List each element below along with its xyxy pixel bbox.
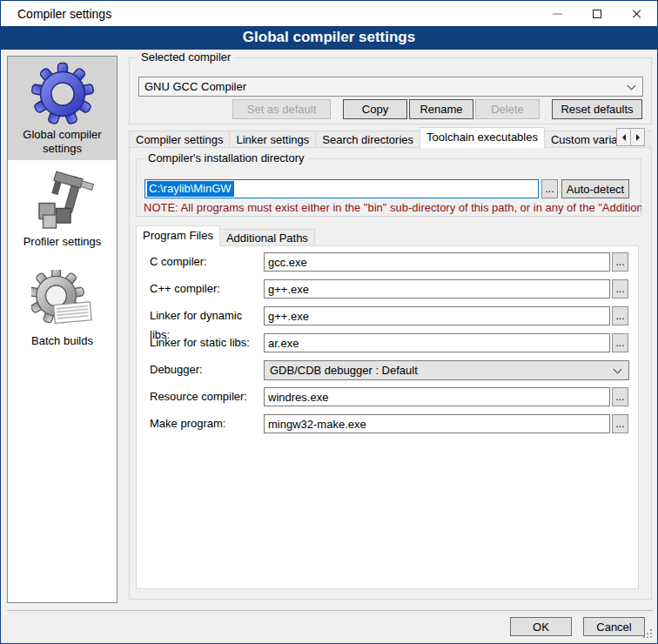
linker-dynamic-input[interactable] [264, 306, 610, 325]
installation-directory-value: C:\raylib\MinGW [147, 181, 234, 197]
sidebar-item-label: Profiler settings [8, 235, 117, 249]
make-program-input[interactable] [264, 414, 610, 433]
installation-directory-group-label: Compiler's installation directory [144, 151, 308, 164]
footer-divider [7, 610, 653, 611]
sidebar-item-global-compiler-settings[interactable]: Global compiler settings [8, 57, 117, 160]
tab-additional-paths[interactable]: Additional Paths [219, 229, 315, 246]
debugger-combobox[interactable]: GDB/CDB debugger : Default [264, 360, 629, 380]
resize-grip[interactable] [650, 636, 652, 638]
maximize-icon [593, 10, 601, 18]
c-compiler-input[interactable] [264, 252, 610, 272]
window-title: Compiler settings [1, 7, 111, 21]
linker-dynamic-label: Linker for dynamic libs: [150, 306, 261, 325]
tab-scroll-left-button[interactable] [616, 128, 631, 146]
tab-compiler-settings[interactable]: Compiler settings [129, 131, 230, 148]
blue-gear-icon [30, 62, 95, 126]
selected-compiler-group: Selected compiler GNU GCC Compiler Set a… [129, 57, 652, 124]
cpp-compiler-input[interactable] [264, 279, 610, 299]
cancel-button[interactable]: Cancel [583, 617, 645, 636]
linker-static-input[interactable] [264, 333, 610, 352]
linker-static-browse-button[interactable]: ... [612, 333, 628, 352]
tab-scroll-right-button[interactable] [630, 128, 645, 146]
auto-detect-button[interactable]: Auto-detect [561, 179, 629, 198]
cpp-compiler-browse-button[interactable]: ... [612, 279, 628, 299]
close-icon [632, 9, 642, 19]
minimize-button[interactable] [537, 1, 577, 26]
gray-gear-stack-icon [31, 270, 94, 332]
debugger-label: Debugger: [150, 360, 261, 379]
make-program-browse-button[interactable]: ... [612, 414, 628, 433]
scroll-right-icon [636, 134, 640, 141]
linker-static-label: Linker for static libs: [150, 333, 261, 352]
caption-buttons [537, 1, 657, 26]
directory-browse-button[interactable]: ... [541, 179, 558, 198]
selected-compiler-value: GNU GCC Compiler [144, 80, 246, 93]
selected-compiler-group-label: Selected compiler [138, 50, 234, 64]
ok-button[interactable]: OK [510, 617, 572, 636]
tab-toolchain-executables[interactable]: Toolchain executables [420, 127, 545, 148]
compiler-settings-dialog: Compiler settings Global compiler settin… [0, 0, 658, 644]
settings-category-list: Global compiler settings Profiler settin… [7, 56, 118, 603]
linker-dynamic-browse-button[interactable]: ... [612, 306, 628, 325]
resource-compiler-label: Resource compiler: [150, 387, 261, 406]
minimize-icon [553, 13, 562, 15]
resource-compiler-browse-button[interactable]: ... [612, 387, 628, 406]
close-button[interactable] [617, 1, 657, 26]
set-as-default-button[interactable]: Set as default [232, 99, 331, 119]
tab-program-files[interactable]: Program Files [136, 225, 220, 246]
installation-directory-input[interactable]: C:\raylib\MinGW [144, 179, 539, 198]
sidebar-item-label: Global compiler settings [8, 128, 117, 156]
c-compiler-browse-button[interactable]: ... [612, 252, 628, 272]
program-files-tabstrip: Program FilesAdditional Paths [136, 225, 641, 246]
caliper-icon [31, 171, 94, 233]
copy-button[interactable]: Copy [343, 99, 407, 119]
delete-button[interactable]: Delete [475, 99, 540, 119]
selected-compiler-combobox[interactable]: GNU GCC Compiler [138, 77, 643, 97]
cpp-compiler-label: C++ compiler: [150, 279, 261, 299]
tab-linker-settings[interactable]: Linker settings [229, 131, 316, 148]
reset-defaults-button[interactable]: Reset defaults [552, 99, 642, 119]
tab-search-directories[interactable]: Search directories [315, 131, 420, 148]
sidebar-item-label: Batch builds [8, 334, 117, 348]
dialog-header: Global compiler settings [1, 26, 657, 50]
tab-build-options[interactable]: Build options [644, 131, 652, 148]
rename-button[interactable]: Rename [409, 99, 473, 119]
titlebar: Compiler settings [1, 1, 657, 26]
main-tabstrip: Compiler settingsLinker settingsSearch d… [129, 127, 652, 148]
chevron-down-icon [614, 366, 622, 374]
make-program-label: Make program: [150, 414, 261, 433]
sidebar-item-batch-builds[interactable]: Batch builds [8, 270, 117, 348]
compiler-buttons-row: Set as default Copy Rename Delete Reset … [232, 99, 642, 119]
resource-compiler-input[interactable] [264, 387, 610, 406]
sidebar-item-profiler-settings[interactable]: Profiler settings [8, 171, 117, 249]
c-compiler-label: C compiler: [150, 252, 261, 272]
bin-subdirectory-note: NOTE: All programs must exist either in … [144, 201, 641, 214]
scroll-left-icon [622, 134, 626, 141]
debugger-value: GDB/CDB debugger : Default [270, 364, 418, 377]
maximize-button[interactable] [577, 1, 617, 26]
chevron-down-icon [628, 82, 636, 91]
